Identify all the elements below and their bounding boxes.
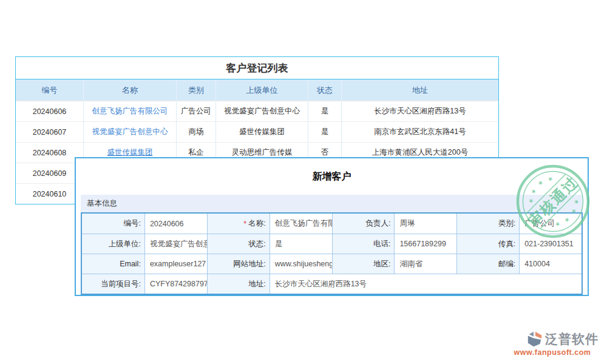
field-label-website: 网站地址: [207, 254, 270, 274]
field-label-fax: 传真: [456, 234, 519, 254]
field-label-email: Email: [82, 254, 144, 274]
fanpu-logo-icon [526, 331, 543, 348]
field-label-phone: 电话: [332, 234, 395, 254]
field-label-status: 状态: [207, 234, 270, 254]
field-value-status[interactable]: 是 [270, 234, 332, 254]
col-header-id: 编号 [16, 79, 84, 101]
field-label-parent: 上级单位: [82, 234, 144, 254]
customer-name-link[interactable]: 创意飞扬广告有限公司 [92, 106, 168, 116]
field-value-parent[interactable]: 视觉盛宴广告创意 [144, 234, 207, 254]
customer-name-link[interactable]: 视觉盛宴广告创意中心 [92, 127, 168, 137]
col-header-name: 名称 [84, 79, 177, 101]
table-row: 20240606 创意飞扬广告有限公司 广告公司 视觉盛宴广告创意中心 是 长沙… [16, 101, 498, 121]
field-value-fax[interactable]: 021-23901351 [519, 234, 582, 254]
field-value-project[interactable]: CYFY8742987979 [144, 274, 207, 294]
field-label-project: 当前项目号: [82, 274, 144, 294]
brand-url[interactable]: www.fanpusoft.com [506, 348, 599, 357]
col-header-status: 状态 [308, 79, 342, 101]
cell-id: 20240607 [16, 122, 84, 142]
dialog-title: 新增客户 [76, 158, 588, 195]
cell-address: 长沙市天心区湘府西路13号 [342, 101, 498, 121]
cell-address: 南京市玄武区北京东路41号 [342, 122, 498, 142]
field-label-name: *名称: [207, 214, 270, 234]
cell-category: 商场 [177, 122, 216, 142]
customer-form: 编号: 20240606 *名称: 创意飞扬广告有限 负责人: 周琳 类别: 广… [81, 212, 583, 295]
table-title: 客户登记列表 [16, 57, 498, 79]
table-row: 20240607 视觉盛宴广告创意中心 商场 盛世传媒集团 是 南京市玄武区北京… [16, 121, 498, 142]
field-label-id: 编号: [82, 214, 144, 234]
field-label-zipcode: 邮编: [456, 254, 519, 274]
col-header-parent: 上级单位 [216, 79, 308, 101]
field-value-id[interactable]: 20240606 [144, 214, 207, 234]
add-customer-dialog: 新增客户 基本信息 编号: 20240606 *名称: 创意飞扬广告有限 负责人… [75, 157, 589, 296]
field-value-address[interactable]: 长沙市天心区湘府西路13号 [270, 274, 582, 294]
cell-category: 广告公司 [177, 101, 216, 121]
cell-status: 是 [308, 101, 342, 121]
field-value-region[interactable]: 湖南省 [394, 254, 456, 274]
cell-id: 20240610 [16, 184, 84, 204]
cell-parent: 盛世传媒集团 [216, 122, 308, 142]
cell-parent: 视觉盛宴广告创意中心 [216, 101, 308, 121]
cell-id: 20240608 [16, 143, 84, 163]
field-label-manager: 负责人: [332, 214, 395, 234]
brand-name: 泛普软件 [545, 331, 599, 348]
cell-id: 20240606 [16, 101, 84, 121]
field-value-name[interactable]: 创意飞扬广告有限 [270, 214, 332, 234]
field-value-manager[interactable]: 周琳 [394, 214, 456, 234]
col-header-address: 地址 [342, 79, 498, 101]
customer-name-link[interactable]: 盛世传媒集团 [107, 147, 153, 158]
table-header-row: 编号 名称 类别 上级单位 状态 地址 [16, 79, 498, 101]
field-value-email[interactable]: exampleuser127 [144, 254, 207, 274]
field-label-address: 地址: [207, 274, 270, 294]
field-value-phone[interactable]: 15667189299 [394, 234, 456, 254]
cell-id: 20240609 [16, 163, 84, 183]
section-basic-info: 基本信息 [81, 195, 583, 212]
brand-footer: 泛普软件 www.fanpusoft.com [506, 331, 599, 357]
field-value-category[interactable]: 广告公司 [519, 214, 582, 234]
field-label-region: 地区: [332, 254, 395, 274]
col-header-category: 类别 [177, 79, 216, 101]
field-value-zipcode[interactable]: 410004 [519, 254, 582, 274]
required-mark: * [243, 220, 246, 228]
field-label-category: 类别: [456, 214, 519, 234]
cell-status: 是 [308, 122, 342, 142]
field-value-website[interactable]: www.shijuesheng [270, 254, 332, 274]
